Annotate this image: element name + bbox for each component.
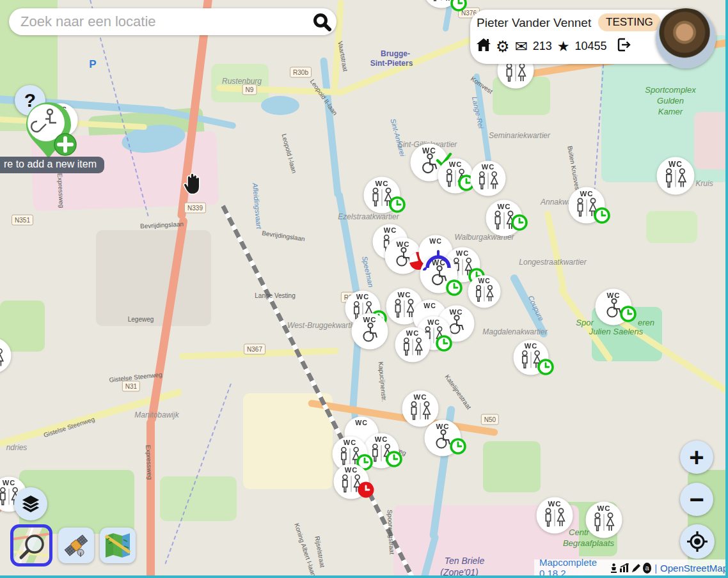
svg-text:WC: WC: [3, 479, 15, 487]
svg-text:WC: WC: [423, 302, 436, 309]
opening-hours-clock-badge: [357, 481, 375, 501]
mapcomplete-app: Brugge-Sint-PietersRustenburgSint-Gillis…: [0, 0, 728, 578]
svg-text:WC: WC: [397, 291, 411, 299]
svg-text:WC: WC: [479, 277, 491, 285]
layers-icon: [21, 494, 40, 513]
opening-hours-clock-badge: [435, 334, 453, 355]
crosshair-icon: [686, 530, 709, 553]
svg-text:WC: WC: [669, 160, 683, 169]
svg-text:WC: WC: [355, 419, 368, 426]
attribution-osm-link[interactable]: OpenStreetMap: [660, 563, 728, 574]
svg-text:WC: WC: [396, 240, 409, 248]
hand-cursor-icon: [181, 171, 202, 199]
opening-hours-clock-badge: [385, 450, 403, 471]
svg-text:WC: WC: [497, 203, 510, 210]
map-markers-layer: WCWCWCWCWCWCWCWCWCWCWCWCWCWCWCWCWCWCWCWC…: [0, 0, 728, 578]
user-avatar[interactable]: [656, 8, 716, 68]
changeset-count: 10455: [574, 40, 606, 53]
opening-hours-clock-badge: [450, 0, 468, 15]
svg-text:WC: WC: [413, 393, 427, 401]
svg-text:WC: WC: [344, 439, 356, 446]
attribution-bar: Mapcomplete 0.18.2 a | OpenStreetMap: [534, 559, 728, 576]
wc-marker[interactable]: WC: [0, 338, 12, 376]
star-icon: ★: [557, 40, 570, 53]
svg-text:WC: WC: [482, 163, 495, 171]
svg-text:WC: WC: [597, 504, 610, 512]
messages-icon[interactable]: ✉: [515, 40, 528, 53]
svg-text:WC: WC: [375, 435, 388, 443]
satellite-icon: [63, 533, 89, 558]
wc-marker[interactable]: WC: [656, 157, 695, 198]
svg-text:WC: WC: [429, 237, 442, 245]
logout-icon[interactable]: [617, 38, 631, 55]
opening-hours-clock-badge: [619, 305, 637, 325]
opening-hours-clock-badge: [388, 196, 406, 216]
basemap-osm-carto-selected[interactable]: [10, 524, 52, 566]
svg-text:WC: WC: [436, 423, 449, 430]
zoom-out-label: −: [689, 485, 704, 514]
wc-marker[interactable]: WC: [395, 327, 431, 365]
svg-text:WC: WC: [580, 190, 593, 198]
geolocate-button[interactable]: [680, 524, 715, 559]
wc-marker[interactable]: WC: [351, 313, 388, 352]
wc-marker[interactable]: WC: [585, 501, 622, 541]
attribution-separator: |: [654, 563, 657, 574]
user-name: Pieter Vander Vennet: [477, 16, 591, 30]
attribution-circle-icon[interactable]: a: [643, 563, 651, 574]
viewport-edge: [0, 575, 728, 578]
viewport-edge: [725, 0, 728, 578]
statue-icon[interactable]: [610, 563, 618, 573]
svg-text:WC: WC: [384, 226, 397, 234]
add-item-tooltip: re to add a new item: [0, 157, 104, 173]
zoom-out-button[interactable]: −: [680, 483, 713, 516]
svg-text:WC: WC: [427, 318, 440, 326]
basemap-satellite[interactable]: [58, 527, 94, 563]
messages-count: 213: [533, 40, 552, 53]
layers-button[interactable]: [14, 487, 47, 520]
testing-badge: TESTING: [598, 13, 661, 31]
basemap-map[interactable]: [100, 527, 136, 563]
svg-text:WC: WC: [406, 329, 419, 337]
svg-text:WC: WC: [375, 180, 388, 187]
svg-text:WC: WC: [548, 500, 561, 508]
stats-chart-icon[interactable]: [620, 563, 629, 572]
zoom-in-button[interactable]: +: [680, 441, 713, 474]
basemap-switcher: [10, 524, 136, 566]
home-icon[interactable]: [477, 38, 491, 54]
svg-text:WC: WC: [363, 316, 376, 324]
opening-hours-clock-badge: [537, 358, 555, 379]
search-bar: [9, 8, 336, 35]
blue-arc-marker[interactable]: [423, 249, 454, 273]
opening-hours-clock-badge: [445, 279, 463, 299]
opening-hours-clock-badge: [510, 214, 528, 234]
opening-hours-clock-badge: [449, 437, 467, 458]
svg-text:WC: WC: [606, 292, 620, 299]
opening-hours-clock-badge: [593, 207, 611, 227]
wc-marker[interactable]: WC: [536, 497, 573, 536]
zoom-in-label: +: [689, 443, 704, 472]
pencil-icon[interactable]: [631, 563, 641, 573]
map-icon: [104, 533, 131, 558]
svg-text:WC: WC: [449, 308, 463, 316]
svg-text:WC: WC: [356, 293, 369, 301]
svg-text:WC: WC: [525, 342, 537, 350]
svg-text:WC: WC: [449, 160, 462, 168]
search-input[interactable]: [9, 13, 307, 30]
settings-gear-icon[interactable]: ⚙: [496, 40, 510, 53]
wc-marker[interactable]: WC: [470, 160, 506, 199]
svg-text:WC: WC: [345, 466, 358, 474]
search-icon[interactable]: [307, 12, 336, 31]
add-new-item-pin[interactable]: [18, 97, 79, 164]
